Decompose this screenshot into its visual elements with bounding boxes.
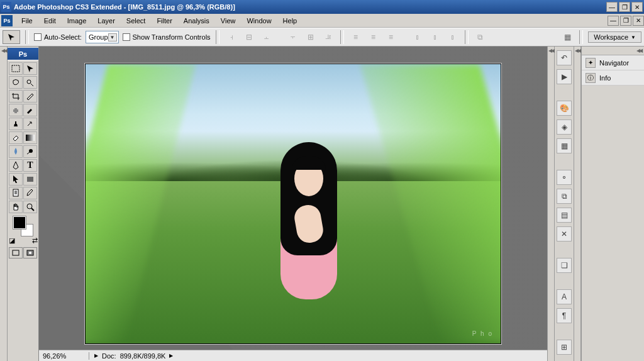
menu-filter[interactable]: Filter	[152, 16, 177, 26]
menu-layer[interactable]: Layer	[92, 16, 120, 26]
minimize-button[interactable]: —	[606, 2, 618, 12]
info-palette-tab[interactable]: ⓘ Info	[582, 70, 644, 86]
color-palette-icon[interactable]: 🎨	[557, 101, 572, 116]
styles-palette-icon[interactable]: ▦	[557, 138, 572, 153]
zoom-tool[interactable]	[23, 201, 37, 213]
presets-palette-icon[interactable]: ▤	[557, 208, 572, 223]
move-tool-icon	[7, 33, 16, 42]
info-icon: ⓘ	[586, 73, 596, 83]
type-tool[interactable]: T	[23, 159, 37, 172]
svg-rect-9	[13, 250, 19, 255]
character-palette-icon[interactable]: A	[557, 289, 572, 304]
distribute-vcenter-icon: ≡	[367, 30, 380, 44]
brush-tool[interactable]	[23, 104, 37, 116]
align-hcenter-icon: ⊞	[304, 30, 318, 44]
status-bar: 96,26% ▶ Doc: 899,8K/899,8K ▶	[39, 350, 547, 361]
foreground-color[interactable]	[13, 216, 26, 229]
document-canvas[interactable]: P h o	[85, 64, 501, 344]
quick-mask-button[interactable]	[23, 247, 37, 258]
auto-select-checkbox[interactable]: Auto-Select:	[34, 33, 82, 41]
app-name: Adobe Photoshop CS3 Extended	[14, 3, 122, 11]
menu-select[interactable]: Select	[121, 16, 151, 26]
zoom-field[interactable]: 96,26%	[39, 352, 89, 360]
color-picker[interactable]	[13, 216, 33, 236]
settings-palette-icon[interactable]: ✕	[557, 226, 572, 242]
doc-restore-button[interactable]: ❐	[620, 16, 631, 26]
watermark: P h o	[472, 330, 493, 337]
status-menu-icon[interactable]: ▶	[169, 353, 173, 358]
menu-bar: Ps File Edit Image Layer Select Filter A…	[0, 14, 644, 28]
actions-palette-icon[interactable]: ▶	[557, 69, 572, 84]
title-bar: Ps Adobe Photoshop CS3 Extended - [IMG_8…	[0, 0, 644, 14]
close-button[interactable]: ✕	[631, 2, 643, 12]
distribute-top-icon: ≡	[349, 30, 363, 44]
menu-image[interactable]: Image	[62, 16, 92, 26]
default-colors-icon[interactable]: ◪	[9, 236, 15, 245]
shape-tool[interactable]	[23, 173, 37, 186]
toolbox-header: Ps	[8, 48, 38, 60]
maximize-button[interactable]: ❐	[619, 2, 630, 12]
animation-palette-icon[interactable]: ⊞	[557, 340, 572, 355]
doc-title: [IMG_8511.jpg @ 96,3% (RGB/8)]	[128, 3, 235, 11]
swatches-palette-icon[interactable]: ◈	[557, 119, 572, 135]
workspace-button[interactable]: Workspace ▼	[588, 31, 641, 43]
app-icon: Ps	[1, 2, 11, 12]
move-tool[interactable]	[23, 62, 37, 75]
history-palette-icon[interactable]: ↶	[557, 50, 572, 65]
status-arrow-icon[interactable]: ▶	[94, 353, 98, 358]
menu-view[interactable]: View	[216, 16, 241, 26]
doc-size-label: Doc:	[102, 352, 116, 360]
layer-comps-palette-icon[interactable]: ❏	[557, 258, 572, 273]
options-bar: Auto-Select: Group Show Transform Contro…	[0, 28, 644, 47]
hand-tool[interactable]	[9, 201, 23, 213]
canvas-area: P h o 96,26% ▶ Doc: 899,8K/899,8K ▶	[39, 47, 547, 361]
navigator-palette-tab[interactable]: ✦ Navigator	[582, 55, 644, 70]
svg-rect-3	[13, 109, 18, 112]
navigator-icon: ✦	[586, 58, 596, 68]
lasso-tool[interactable]	[9, 76, 23, 89]
standard-mode-button[interactable]	[9, 247, 23, 258]
show-transform-checkbox[interactable]: Show Transform Controls	[123, 33, 211, 41]
clone-stamp-tool[interactable]	[9, 118, 23, 130]
marquee-tool[interactable]	[9, 62, 23, 75]
go-to-bridge-icon[interactable]: ▦	[560, 30, 574, 44]
dodge-tool[interactable]	[23, 145, 37, 158]
gradient-tool[interactable]	[23, 131, 37, 144]
current-tool-indicator[interactable]	[3, 30, 20, 44]
pen-tool[interactable]	[9, 159, 23, 172]
doc-size-value: 899,8K/899,8K	[120, 352, 166, 360]
distribute-right-icon: ⫾	[446, 30, 460, 44]
history-brush-tool[interactable]	[23, 118, 37, 130]
left-dock-strip[interactable]: ◀◀	[0, 47, 8, 361]
crop-tool[interactable]	[9, 90, 23, 103]
brushes-palette-icon[interactable]: ⚬	[557, 170, 572, 185]
doc-minimize-button[interactable]: —	[608, 16, 619, 26]
palette-collapse-handle[interactable]: ◀◀	[582, 47, 644, 55]
right-dock-strip-1[interactable]: ◀◀	[547, 47, 555, 361]
eraser-tool[interactable]	[9, 131, 23, 144]
svg-point-8	[27, 204, 32, 209]
image-content: P h o	[86, 64, 501, 343]
svg-rect-6	[27, 177, 33, 182]
right-dock-strip-2[interactable]: ◀◀	[574, 47, 581, 361]
doc-close-button[interactable]: ✕	[633, 16, 644, 26]
ps-logo-icon[interactable]: Ps	[1, 15, 13, 26]
swap-colors-icon[interactable]: ⇄	[32, 236, 38, 245]
auto-select-dropdown[interactable]: Group	[86, 31, 119, 43]
slice-tool[interactable]	[23, 90, 37, 103]
notes-tool[interactable]	[9, 187, 23, 199]
align-top-icon: ⫞	[225, 30, 238, 44]
eyedropper-tool[interactable]	[23, 187, 37, 199]
menu-file[interactable]: File	[16, 16, 38, 26]
clone-source-palette-icon[interactable]: ⧉	[557, 189, 572, 204]
auto-select-label: Auto-Select:	[44, 33, 82, 41]
menu-edit[interactable]: Edit	[39, 16, 61, 26]
paragraph-palette-icon[interactable]: ¶	[557, 308, 572, 323]
blur-tool[interactable]	[9, 145, 23, 158]
healing-brush-tool[interactable]	[9, 104, 23, 116]
quick-select-tool[interactable]	[23, 76, 37, 89]
path-select-tool[interactable]	[9, 173, 23, 186]
menu-analysis[interactable]: Analysis	[179, 16, 214, 26]
menu-window[interactable]: Window	[242, 16, 276, 26]
menu-help[interactable]: Help	[278, 16, 303, 26]
